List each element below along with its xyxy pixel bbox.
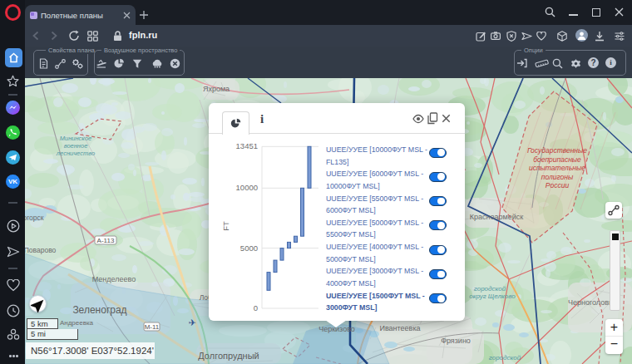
svg-text:испытательные: испытательные xyxy=(529,164,585,172)
svg-text:огорск: огорск xyxy=(25,214,44,222)
svg-text:10000: 10000 xyxy=(236,183,258,192)
svg-text:Менделеево: Менделеево xyxy=(92,275,136,283)
svg-text:лесничество: лесничество xyxy=(56,150,95,157)
svg-text:А-113: А-113 xyxy=(97,237,115,244)
svg-text:Яхрома: Яхрома xyxy=(203,85,230,93)
svg-text:FT: FT xyxy=(221,221,230,231)
svg-text:Красноармейск: Красноармейск xyxy=(470,213,523,221)
svg-text:городской: городской xyxy=(489,354,521,362)
svg-text:России: России xyxy=(546,181,570,189)
svg-text:Мининское: Мининское xyxy=(60,135,91,142)
svg-text:боеприпасные: боеприпасные xyxy=(533,155,581,164)
svg-text:Поварово: Поварово xyxy=(25,246,57,254)
svg-text:М-11: М-11 xyxy=(145,323,160,331)
svg-text:военное: военное xyxy=(64,142,88,150)
svg-text:городской: городской xyxy=(474,285,506,293)
svg-text:Зеленоград: Зеленоград xyxy=(72,304,126,316)
svg-text:округ Щелково: округ Щелково xyxy=(469,293,516,300)
svg-text:13451: 13451 xyxy=(236,141,258,150)
svg-text:0: 0 xyxy=(254,303,258,312)
svg-text:Фрязино: Фрязино xyxy=(441,337,471,345)
svg-text:Долгопрудный: Долгопрудный xyxy=(198,351,259,361)
svg-text:полигоны: полигоны xyxy=(541,173,574,181)
svg-text:Ивантеевка: Ивантеевка xyxy=(379,324,420,332)
svg-text:Государственные: Государственные xyxy=(527,146,587,155)
svg-text:✈: ✈ xyxy=(188,317,195,327)
svg-text:Андреевка: Андреевка xyxy=(60,319,94,327)
svg-text:5000: 5000 xyxy=(240,243,258,253)
